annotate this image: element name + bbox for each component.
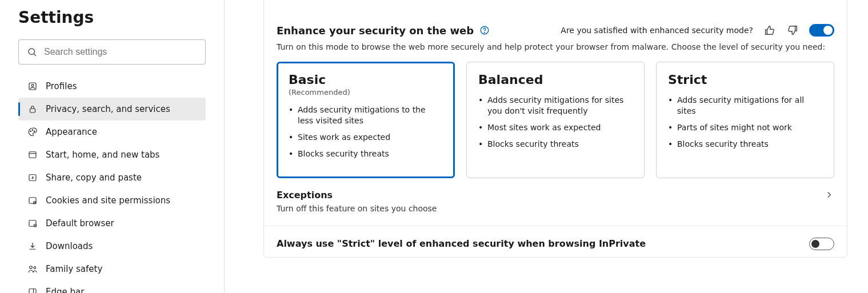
option-bullet: Adds security mitigations to the less vi… [289,105,443,126]
thumbs-down-icon[interactable] [786,24,799,37]
sidebar-item-downloads[interactable]: Downloads [18,235,206,258]
option-title: Basic [289,73,443,87]
lock-icon [27,104,38,114]
sidebar-item-appearance[interactable]: Appearance [18,121,206,143]
svg-rect-4 [30,109,35,113]
download-icon [27,241,38,251]
palette-icon [27,127,38,137]
option-bullet: Blocks security threats [289,148,443,159]
svg-point-7 [34,131,35,132]
sidebar-item-label: Appearance [46,127,97,137]
thumbs-up-icon[interactable] [763,24,776,37]
sidebar-item-default-browser[interactable]: Default browser [18,212,206,235]
exceptions-title: Exceptions [277,190,333,200]
sidebar-item-label: Profiles [46,81,77,91]
sidebar-item-label: Cookies and site permissions [46,195,170,206]
inprivate-strict-toggle[interactable] [809,238,834,250]
sidebar-item-label: Start, home, and new tabs [46,150,159,160]
svg-point-6 [32,130,33,131]
option-bullet: Adds security mitigations for sites you … [478,95,633,117]
sidebar-item-edge-bar[interactable]: Edge bar [18,280,206,293]
sidebar-item-profiles[interactable]: Profiles [18,75,206,98]
security-section-title: Enhance your security on the web [277,25,474,37]
svg-rect-8 [29,152,36,158]
page-title: Settings [18,8,206,27]
option-bullet: Sites work as expected [289,132,443,143]
search-icon [27,47,37,57]
svg-point-0 [29,49,35,55]
sidebar-item-start[interactable]: Start, home, and new tabs [18,143,206,166]
inprivate-strict-row: Always use "Strict" level of enhanced se… [264,226,847,250]
security-card: Enhance your security on the web Are you… [263,0,847,258]
svg-point-5 [30,131,31,132]
sidebar-nav: Profiles Privacy, search, and services A… [18,75,206,293]
share-icon [27,172,38,183]
option-bullet: Most sites work as expected [478,122,633,133]
sidebar-item-family[interactable]: Family safety [18,258,206,280]
security-option-basic[interactable]: Basic (Recommended) Adds security mitiga… [277,62,455,178]
sidebar-item-cookies[interactable]: Cookies and site permissions [18,189,206,212]
sidebar-item-label: Share, copy and paste [46,172,142,183]
profile-icon [27,81,38,91]
sidebar-item-share[interactable]: Share, copy and paste [18,166,206,189]
help-icon[interactable] [479,25,490,35]
window-icon [27,150,38,160]
svg-point-16 [34,267,36,269]
security-mode-toggle[interactable] [809,24,834,37]
option-bullet: Blocks security threats [478,139,633,150]
search-input[interactable] [44,47,197,57]
inprivate-strict-title: Always use "Strict" level of enhanced se… [277,238,646,249]
option-subtitle: (Recommended) [289,88,443,97]
security-option-balanced[interactable]: Balanced Adds security mitigations for s… [466,62,645,178]
option-title: Strict [668,73,822,87]
svg-rect-17 [29,289,36,293]
cookie-icon [27,195,38,206]
svg-point-3 [31,85,34,87]
sidebar-item-label: Family safety [46,264,102,274]
security-section-desc: Turn on this mode to browse the web more… [264,37,847,51]
option-bullet: Parts of sites might not work [668,122,822,133]
option-bullet: Adds security mitigations for all sites [668,95,822,117]
browser-icon [27,218,38,228]
exceptions-desc: Turn off this feature on sites you choos… [264,200,847,219]
family-icon [27,264,38,274]
svg-point-15 [30,266,33,269]
sidebar-item-privacy[interactable]: Privacy, search, and services [18,98,206,121]
search-container[interactable] [18,39,206,65]
sidebar-item-label: Default browser [46,218,114,228]
exceptions-row[interactable]: Exceptions [264,178,847,200]
security-option-strict[interactable]: Strict Adds security mitigations for all… [656,62,834,178]
sidebar-item-label: Privacy, search, and services [46,104,170,114]
sidebar-item-label: Edge bar [46,287,84,293]
sidebar-item-label: Downloads [46,241,93,251]
sidebar-icon [27,287,38,293]
feedback-question: Are you satisfied with enhanced security… [561,26,753,35]
svg-point-20 [485,32,485,33]
option-bullet: Blocks security threats [668,139,822,150]
option-title: Balanced [478,73,633,87]
svg-line-1 [34,54,35,55]
chevron-right-icon [824,190,834,200]
